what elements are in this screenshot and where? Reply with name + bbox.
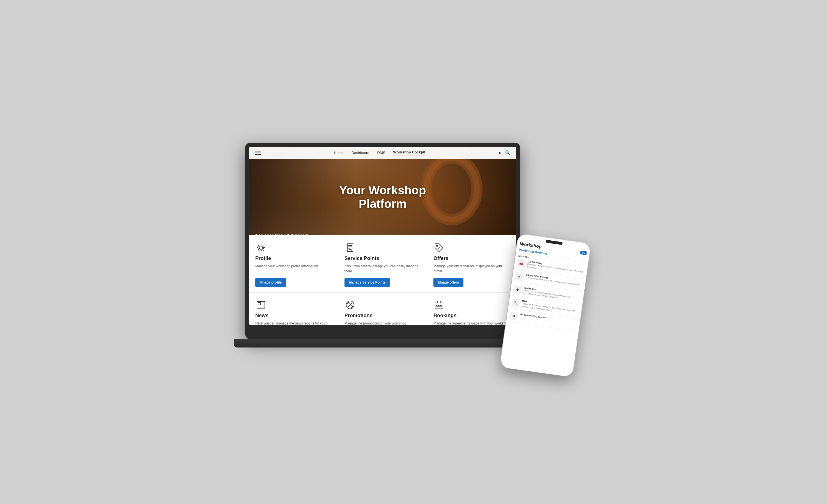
service-points-card-desc: If you own several garage you can easily… xyxy=(344,264,421,274)
car-service-icon: 🚗 xyxy=(517,259,526,267)
svg-rect-23 xyxy=(437,305,438,306)
timing-service-icon: ⚙ xyxy=(513,285,522,294)
phone-device: Workshop EN Workshop Booking Services 🚗 … xyxy=(509,238,582,373)
oil-service-icon: 🛢 xyxy=(515,272,524,281)
promotions-card: Promotions Manage the promotions of your… xyxy=(338,293,427,325)
phone-outer: Workshop EN Workshop Booking Services 🚗 … xyxy=(500,234,591,377)
nav-dashboard[interactable]: Dashboard xyxy=(351,151,370,155)
bookings-icon-wrap xyxy=(433,299,445,310)
ac-service-icon: ❄ xyxy=(509,311,519,320)
bookings-card-title: Bookings xyxy=(433,313,510,319)
svg-rect-24 xyxy=(438,305,440,306)
navbar: Home Dashboard DMS Workshop Cockpit ● 🔍 xyxy=(249,147,516,159)
news-card: News Here you can manage the news report… xyxy=(249,293,338,325)
laptop-base xyxy=(234,339,531,348)
promotions-card-desc: Manage the promotions of your workshop. xyxy=(344,321,421,325)
percent-icon xyxy=(345,300,355,310)
nav-dms[interactable]: DMS xyxy=(377,151,385,155)
service-points-icon-wrap xyxy=(344,242,356,253)
hero-text: Your Workshop Platform xyxy=(339,184,426,211)
service-point-icon xyxy=(345,243,355,253)
news-icon xyxy=(256,300,266,310)
nav-workshop-cockpit[interactable]: Workshop Cockpit xyxy=(393,150,425,155)
phone-badge: EN xyxy=(580,250,587,255)
phone-screen: Workshop EN Workshop Booking Services 🚗 … xyxy=(500,234,591,377)
news-card-title: News xyxy=(255,313,332,319)
svg-rect-2 xyxy=(347,244,353,252)
promotions-icon-wrap xyxy=(344,299,356,310)
hero-title: Your Workshop Platform xyxy=(339,184,426,211)
service-points-card: Service Points If you own several garage… xyxy=(338,235,427,292)
svg-line-8 xyxy=(438,247,440,249)
user-icon[interactable]: ● xyxy=(498,150,501,155)
svg-point-16 xyxy=(348,302,349,304)
calendar-icon xyxy=(434,300,444,310)
laptop-screen: Home Dashboard DMS Workshop Cockpit ● 🔍 xyxy=(249,147,516,325)
svg-line-18 xyxy=(348,303,352,307)
cards-grid: Profile Manage your workshop profile inf… xyxy=(249,235,516,325)
promotions-card-title: Promotions xyxy=(344,313,421,319)
profile-card: Profile Manage your workshop profile inf… xyxy=(249,235,338,292)
scene: Home Dashboard DMS Workshop Cockpit ● 🔍 xyxy=(245,143,582,361)
tag-icon xyxy=(434,243,444,253)
news-card-desc: Here you can manage the news reports for… xyxy=(255,321,332,325)
gear-icon xyxy=(256,243,266,253)
bookings-card-desc: Manage the agreements made with your wor… xyxy=(433,321,510,325)
laptop-device: Home Dashboard DMS Workshop Cockpit ● 🔍 xyxy=(245,143,520,339)
service-points-card-title: Service Points xyxy=(344,255,421,261)
search-icon[interactable]: 🔍 xyxy=(505,150,510,155)
hamburger-menu[interactable] xyxy=(255,151,261,155)
profile-card-desc: Manage your workshop profile information… xyxy=(255,264,332,274)
nav-icons: ● 🔍 xyxy=(498,150,510,155)
svg-rect-10 xyxy=(258,303,260,305)
profile-icon-wrap xyxy=(255,242,266,253)
svg-rect-6 xyxy=(349,249,351,252)
hero-section: Your Workshop Platform Workshop Cockpit … xyxy=(249,147,516,242)
svg-point-7 xyxy=(437,245,438,246)
news-icon-wrap xyxy=(255,299,266,310)
offers-card: Offers Manage your offers that are displ… xyxy=(427,235,516,292)
nav-links: Home Dashboard DMS Workshop Cockpit xyxy=(334,150,425,155)
offers-card-desc: Manage your offers that are displayed on… xyxy=(433,264,510,274)
offers-card-title: Offers xyxy=(433,255,510,261)
service-points-card-button[interactable]: Manage Service Points xyxy=(344,278,390,287)
bookings-card: Bookings Manage the agreements made with… xyxy=(427,293,516,325)
laptop-outer: Home Dashboard DMS Workshop Cockpit ● 🔍 xyxy=(245,143,520,339)
svg-point-0 xyxy=(259,246,262,249)
profile-card-button[interactable]: Mnage profile xyxy=(255,278,286,287)
mot-service-icon: 🔧 xyxy=(511,298,520,307)
phone-title: Workshop xyxy=(520,241,542,249)
svg-point-17 xyxy=(351,306,353,307)
offers-icon-wrap xyxy=(433,242,445,253)
nav-home[interactable]: Home xyxy=(334,151,344,155)
offers-card-button[interactable]: Mnage offers xyxy=(433,278,464,287)
profile-card-title: Profile xyxy=(255,255,332,261)
svg-rect-25 xyxy=(440,305,442,306)
